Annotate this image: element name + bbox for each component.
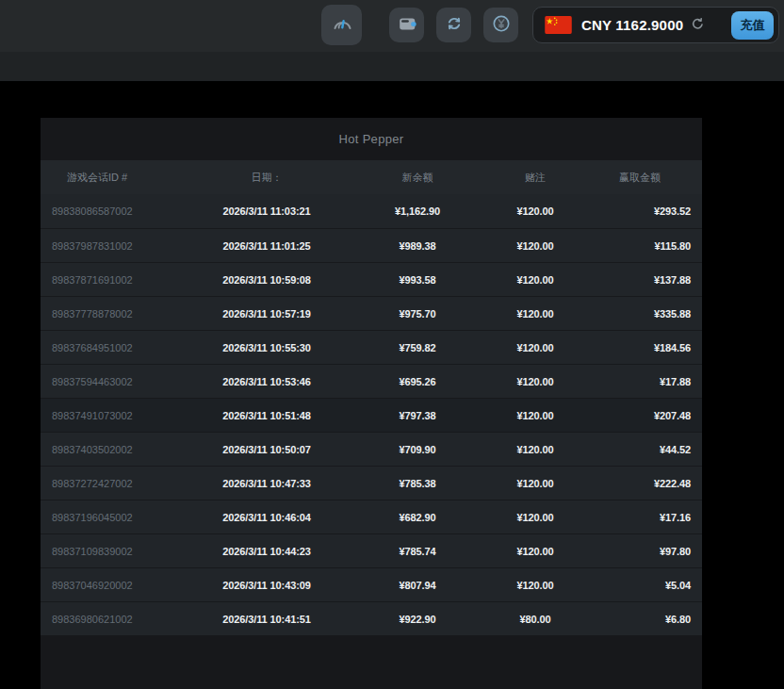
cell-id: 89837272427002 [41, 478, 191, 489]
column-header-balance: 新余额 [342, 171, 493, 185]
table-row[interactable]: 898376849510022026/3/11 10:55:30¥759.82¥… [41, 330, 702, 364]
table-row[interactable]: 898379878310022026/3/11 11:01:25¥989.38¥… [41, 228, 702, 262]
cell-date: 2026/3/11 10:46:04 [191, 512, 342, 523]
column-header-bet: 赌注 [493, 171, 578, 185]
cell-balance: ¥759.82 [342, 342, 493, 353]
cell-date: 2026/3/11 10:43:09 [191, 580, 342, 591]
cell-win: ¥335.88 [578, 308, 702, 320]
table-header-row: 游戏会话ID # 日期： 新余额 赌注 赢取金额 [41, 160, 702, 194]
cell-id: 89838086587002 [41, 205, 191, 217]
balance-amount: CNY 1162.9000 [581, 17, 683, 33]
table-row[interactable]: 898374910730022026/3/11 10:51:48¥797.38¥… [41, 398, 702, 432]
gauge-button[interactable] [321, 5, 362, 45]
cell-date: 2026/3/11 11:03:21 [191, 205, 342, 217]
sync-icon [444, 13, 465, 37]
column-header-session-id: 游戏会话ID # [41, 171, 191, 185]
cell-id: 89837594463002 [41, 376, 191, 387]
cell-balance: ¥785.38 [342, 478, 493, 489]
cell-balance: ¥682.90 [342, 512, 493, 523]
cell-id: 89837987831002 [41, 240, 191, 252]
cell-id: 89836980621002 [41, 614, 191, 625]
cell-date: 2026/3/11 10:59:08 [191, 274, 342, 286]
table-row[interactable]: 898369806210022026/3/11 10:41:51¥922.90¥… [41, 601, 702, 635]
wallet-button[interactable] [389, 8, 424, 42]
cell-id: 89837109839002 [41, 546, 191, 557]
cell-id: 89837046920002 [41, 580, 191, 591]
cell-balance: ¥975.70 [342, 308, 493, 320]
column-header-win: 赢取金额 [578, 171, 702, 185]
cell-win: ¥207.48 [578, 410, 702, 421]
china-flag-icon [545, 16, 572, 34]
cell-bet: ¥120.00 [493, 274, 578, 286]
cell-balance: ¥1,162.90 [342, 205, 493, 217]
cell-win: ¥44.52 [578, 444, 702, 455]
cell-bet: ¥120.00 [493, 342, 578, 353]
cell-bet: ¥120.00 [493, 580, 578, 591]
cell-win: ¥293.52 [578, 205, 702, 217]
cell-id: 89837491073002 [41, 410, 191, 421]
cell-date: 2026/3/11 10:50:07 [191, 444, 342, 455]
cell-bet: ¥120.00 [493, 546, 578, 557]
cell-id: 89837403502002 [41, 444, 191, 455]
recharge-button[interactable]: 充值 [731, 11, 774, 40]
currency-exchange-button[interactable] [483, 8, 518, 42]
cell-win: ¥137.88 [578, 274, 702, 286]
cell-date: 2026/3/11 10:51:48 [191, 410, 342, 421]
table-row[interactable]: 898377788780022026/3/11 10:57:19¥975.70¥… [41, 296, 702, 330]
wallet-icon [397, 13, 417, 37]
cell-date: 2026/3/11 10:55:30 [191, 342, 342, 353]
table-row[interactable]: 898370469200022026/3/11 10:43:09¥807.94¥… [41, 567, 702, 601]
cell-balance: ¥807.94 [342, 580, 493, 591]
cell-balance: ¥993.58 [342, 274, 493, 286]
cell-balance: ¥797.38 [342, 410, 493, 421]
cell-bet: ¥120.00 [493, 444, 578, 455]
cell-win: ¥184.56 [578, 342, 702, 353]
game-history-card: Hot Pepper 游戏会话ID # 日期： 新余额 赌注 赢取金额 8983… [41, 118, 702, 689]
sub-header-bar [0, 52, 784, 81]
cell-bet: ¥120.00 [493, 410, 578, 421]
currency-exchange-icon [491, 13, 512, 37]
currency-selector[interactable]: CNY 1162.9000 充值 [532, 7, 779, 43]
table-body: 898380865870022026/3/11 11:03:21¥1,162.9… [41, 194, 702, 635]
cell-win: ¥17.88 [578, 376, 702, 387]
cell-bet: ¥120.00 [493, 308, 578, 320]
refresh-icon [690, 16, 706, 35]
sync-button[interactable] [436, 8, 471, 42]
cell-win: ¥222.48 [578, 478, 702, 489]
table-row[interactable]: 898375944630022026/3/11 10:53:46¥695.26¥… [41, 364, 702, 398]
cell-win: ¥6.80 [578, 614, 702, 625]
cell-win: ¥5.04 [578, 580, 702, 591]
cell-date: 2026/3/11 10:47:33 [191, 478, 342, 489]
game-title: Hot Pepper [41, 118, 702, 160]
cell-balance: ¥989.38 [342, 240, 493, 252]
cell-bet: ¥120.00 [493, 205, 578, 217]
cell-balance: ¥709.90 [342, 444, 493, 455]
cell-id: 89837778878002 [41, 308, 191, 320]
top-toolbar: CNY 1162.9000 充值 [0, 0, 784, 52]
cell-bet: ¥120.00 [493, 376, 578, 387]
cell-id: 89837196045002 [41, 512, 191, 523]
cell-id: 89837871691002 [41, 274, 191, 286]
table-row[interactable]: 898371098390022026/3/11 10:44:23¥785.74¥… [41, 533, 702, 567]
table-row[interactable]: 898378716910022026/3/11 10:59:08¥993.58¥… [41, 262, 702, 296]
cell-date: 2026/3/11 11:01:25 [191, 240, 342, 252]
table-row[interactable]: 898371960450022026/3/11 10:46:04¥682.90¥… [41, 500, 702, 533]
cell-win: ¥17.16 [578, 512, 702, 523]
table-row[interactable]: 898374035020022026/3/11 10:50:07¥709.90¥… [41, 432, 702, 466]
cell-balance: ¥695.26 [342, 376, 493, 387]
cell-id: 89837684951002 [41, 342, 191, 353]
cell-date: 2026/3/11 10:44:23 [191, 546, 342, 557]
cell-bet: ¥80.00 [493, 614, 578, 625]
cell-date: 2026/3/11 10:57:19 [191, 308, 342, 320]
table-row[interactable]: 898380865870022026/3/11 11:03:21¥1,162.9… [41, 194, 702, 228]
column-header-date: 日期： [191, 171, 342, 185]
cell-bet: ¥120.00 [493, 512, 578, 523]
refresh-balance-button[interactable] [690, 16, 706, 35]
table-row[interactable]: 898372724270022026/3/11 10:47:33¥785.38¥… [41, 466, 702, 500]
cell-date: 2026/3/11 10:41:51 [191, 614, 342, 625]
gauge-icon [331, 12, 353, 38]
cell-bet: ¥120.00 [493, 478, 578, 489]
cell-balance: ¥785.74 [342, 546, 493, 557]
cell-win: ¥115.80 [578, 240, 702, 252]
cell-date: 2026/3/11 10:53:46 [191, 376, 342, 387]
